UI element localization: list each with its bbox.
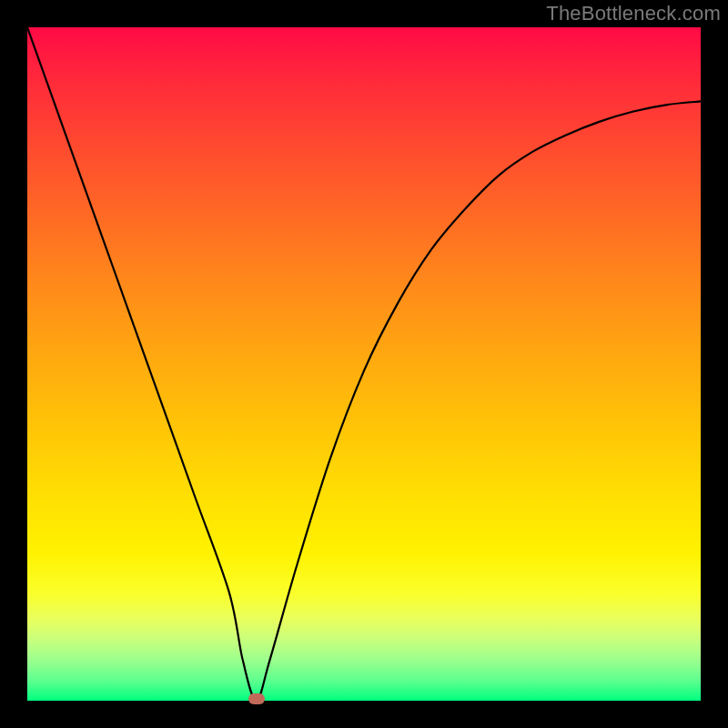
plot-area — [27, 27, 701, 701]
watermark-text: TheBottleneck.com — [546, 2, 721, 25]
bottleneck-curve — [27, 27, 701, 701]
chart-frame: TheBottleneck.com — [0, 0, 728, 728]
minimum-marker — [248, 693, 265, 704]
